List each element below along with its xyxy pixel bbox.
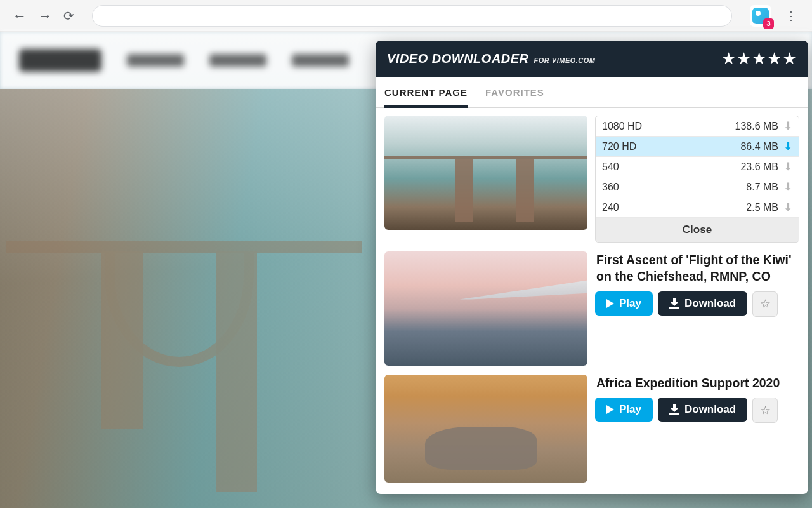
rating-stars[interactable]: ★ ★ ★ ★ ★ xyxy=(721,49,797,69)
quality-label: 360 xyxy=(602,182,662,193)
quality-label: 540 xyxy=(602,161,662,173)
popup-subtitle: FOR VIMEO.COM xyxy=(534,57,596,64)
browser-menu-icon[interactable]: ⋮ xyxy=(783,9,799,23)
tab-bar: CURRENT PAGE FAVORITES xyxy=(376,77,808,108)
play-icon xyxy=(606,405,614,414)
quality-option-1080[interactable]: 1080 HD 138.6 MB ⬇ xyxy=(596,116,799,137)
play-button[interactable]: Play xyxy=(595,291,653,316)
download-label: Download xyxy=(684,297,736,310)
quality-size: 2.5 MB xyxy=(662,202,783,213)
quality-size: 23.6 MB xyxy=(662,161,783,173)
url-input[interactable] xyxy=(92,5,732,27)
video-thumbnail[interactable] xyxy=(384,251,587,366)
video-title: First Ascent of 'Flight of the Kiwi' on … xyxy=(595,251,799,285)
star-icon[interactable]: ★ xyxy=(752,49,766,69)
popup-title-main: VIDEO DOWNLOADER xyxy=(387,51,529,66)
quality-options: 1080 HD 138.6 MB ⬇ 720 HD 86.4 MB ⬇ 540 … xyxy=(595,116,799,243)
play-icon xyxy=(606,299,614,308)
play-label: Play xyxy=(619,297,641,310)
play-button[interactable]: Play xyxy=(595,398,653,422)
popup-title: VIDEO DOWNLOADER FOR VIMEO.COM xyxy=(387,51,596,66)
star-icon[interactable]: ★ xyxy=(767,49,782,69)
video-item: First Ascent of 'Flight of the Kiwi' on … xyxy=(384,251,799,366)
quality-label: 1080 HD xyxy=(602,121,662,132)
star-outline-icon: ☆ xyxy=(760,297,771,311)
play-label: Play xyxy=(619,403,641,416)
download-button[interactable]: Download xyxy=(658,398,747,422)
quality-option-240[interactable]: 240 2.5 MB ⬇ xyxy=(596,197,799,218)
star-icon[interactable]: ★ xyxy=(737,49,751,69)
video-title: Africa Expedition Support 2020 xyxy=(595,375,799,391)
download-label: Download xyxy=(684,403,736,416)
download-icon xyxy=(669,404,679,415)
quality-size: 8.7 MB xyxy=(662,182,783,193)
video-list: 1080 HD 138.6 MB ⬇ 720 HD 86.4 MB ⬇ 540 … xyxy=(376,108,808,494)
star-icon[interactable]: ★ xyxy=(782,49,797,69)
extension-popup: VIDEO DOWNLOADER FOR VIMEO.COM ★ ★ ★ ★ ★… xyxy=(376,41,808,494)
star-outline-icon: ☆ xyxy=(760,403,771,418)
download-button[interactable]: Download xyxy=(658,291,747,316)
quality-option-540[interactable]: 540 23.6 MB ⬇ xyxy=(596,157,799,177)
video-thumbnail[interactable] xyxy=(384,116,587,230)
tab-favorites[interactable]: FAVORITES xyxy=(485,77,544,107)
download-arrow-icon: ⬇ xyxy=(783,201,792,214)
video-item: Africa Expedition Support 2020 Play Down… xyxy=(384,375,799,483)
back-button[interactable]: ← xyxy=(13,8,27,24)
popup-header: VIDEO DOWNLOADER FOR VIMEO.COM ★ ★ ★ ★ ★ xyxy=(376,41,808,77)
quality-option-720[interactable]: 720 HD 86.4 MB ⬇ xyxy=(596,137,799,157)
browser-toolbar: ← → ⟳ 3 ⋮ xyxy=(0,0,812,32)
favorite-button[interactable]: ☆ xyxy=(752,398,778,423)
video-item: 1080 HD 138.6 MB ⬇ 720 HD 86.4 MB ⬇ 540 … xyxy=(384,116,799,243)
quality-size: 86.4 MB xyxy=(662,141,783,152)
download-arrow-icon: ⬇ xyxy=(783,140,792,153)
quality-label: 720 HD xyxy=(602,141,662,152)
quality-label: 240 xyxy=(602,202,662,213)
close-quality-button[interactable]: Close xyxy=(596,218,799,242)
extension-badge: 3 xyxy=(763,18,774,29)
download-icon xyxy=(669,298,679,309)
video-thumbnail[interactable] xyxy=(384,375,587,483)
favorite-button[interactable]: ☆ xyxy=(752,291,778,317)
forward-button[interactable]: → xyxy=(38,8,52,24)
star-icon[interactable]: ★ xyxy=(721,49,736,69)
quality-option-360[interactable]: 360 8.7 MB ⬇ xyxy=(596,177,799,197)
tab-current-page[interactable]: CURRENT PAGE xyxy=(384,77,468,108)
download-arrow-icon: ⬇ xyxy=(783,119,792,133)
reload-button[interactable]: ⟳ xyxy=(63,8,74,23)
quality-size: 138.6 MB xyxy=(662,121,783,132)
extension-icon[interactable]: 3 xyxy=(750,5,771,27)
download-arrow-icon: ⬇ xyxy=(783,160,792,173)
download-arrow-icon: ⬇ xyxy=(783,180,792,194)
